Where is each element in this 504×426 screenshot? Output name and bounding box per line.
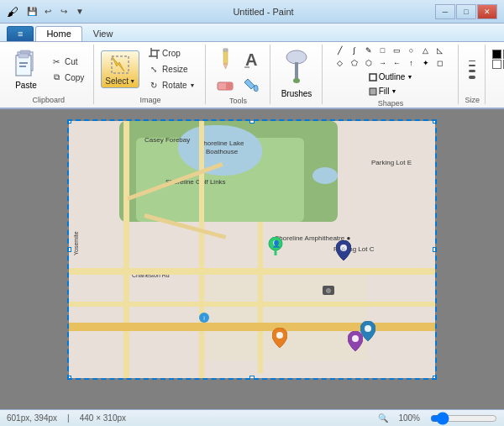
shape-curve[interactable]: ∫	[349, 45, 360, 56]
rotate-icon: ↻	[148, 80, 160, 92]
shape-freeform[interactable]: ✎	[363, 45, 375, 56]
tools-content: A	[213, 45, 265, 95]
eraser-tool[interactable]	[213, 75, 238, 95]
clipboard-section: Paste ✂ Cut ⧉ Copy Clipboard	[3, 45, 94, 104]
undo-quick-btn[interactable]: ↩	[41, 5, 55, 18]
shape-rounded-rect[interactable]: ▭	[391, 45, 403, 56]
svg-text:⌂: ⌂	[342, 245, 345, 251]
shape-triangle[interactable]: △	[420, 45, 432, 56]
status-zoom: 🔍	[378, 413, 388, 423]
shape-right-arrow[interactable]: →	[377, 57, 389, 69]
svg-rect-5	[18, 54, 29, 58]
outline-button[interactable]: Outline ▼	[365, 71, 417, 83]
label-parking-e: Parking Lot E	[371, 159, 412, 166]
cut-copy-group: ✂ Cut ⧉ Copy	[46, 54, 88, 85]
pin-green: 👤	[268, 237, 283, 259]
shape-diamond[interactable]: ◇	[334, 57, 346, 69]
shape-up-arrow[interactable]: ↑	[406, 57, 417, 69]
handle-bl[interactable]	[67, 376, 71, 380]
image-content: Select ▼ Crop	[101, 45, 199, 94]
icon-store: i	[199, 313, 209, 323]
shape-pentagon[interactable]: ⬠	[349, 57, 360, 69]
select-dropdown-arrow[interactable]: ▼	[129, 78, 135, 84]
palette-black[interactable]	[492, 50, 501, 59]
redo-quick-btn[interactable]: ↪	[57, 5, 71, 18]
size-dot-3[interactable]	[469, 70, 475, 72]
shape-ellipse[interactable]: ○	[406, 45, 417, 56]
status-dimensions: 440 × 310px	[80, 413, 126, 423]
outline-arrow[interactable]: ▼	[407, 74, 412, 80]
title-bar: 🖌 💾 ↩ ↪ ▼ Untitled - Paint ─ □ ✕	[0, 0, 504, 24]
handle-tm[interactable]	[249, 119, 255, 124]
handle-tl[interactable]	[67, 119, 71, 124]
road-v3	[258, 222, 263, 373]
tab-view[interactable]: View	[82, 26, 124, 41]
small-lake	[312, 167, 338, 184]
fill-button[interactable]: Fill ▼	[365, 85, 417, 97]
select-button[interactable]: Select ▼	[101, 50, 139, 88]
shape-left-arrow[interactable]: ←	[391, 57, 403, 69]
shapes-section: ╱ ∫ ✎ □ ▭ ○ △ ◺ ◇ ⬠ ⬡ → ← ↑ ✦ ◻	[324, 45, 459, 104]
tab-file[interactable]: Home ≡	[7, 26, 34, 41]
rotate-dropdown[interactable]: ▼	[190, 82, 196, 88]
svg-rect-24	[370, 74, 376, 81]
size-dots	[465, 57, 479, 82]
maximize-button[interactable]: □	[456, 4, 476, 19]
crop-button[interactable]: Crop	[144, 46, 199, 61]
main-content: Casey Forebay Shoreline Lake Boathouse S…	[0, 109, 504, 426]
paste-icon	[13, 49, 39, 81]
pin-teal	[360, 321, 375, 343]
handle-mr[interactable]	[433, 247, 437, 252]
zoom-slider[interactable]	[430, 413, 497, 423]
crop-icon	[148, 48, 160, 60]
shape-callout[interactable]: ◻	[434, 57, 446, 69]
svg-point-31	[276, 332, 283, 339]
cut-button[interactable]: ✂ Cut	[46, 54, 88, 69]
canvas-area[interactable]: Casey Forebay Shoreline Lake Boathouse S…	[0, 109, 504, 409]
size-label: Size	[465, 94, 480, 104]
tab-home[interactable]: Home	[35, 26, 81, 41]
svg-point-23	[293, 78, 300, 83]
copy-button[interactable]: ⧉ Copy	[46, 70, 88, 85]
shape-4-arrow[interactable]: ✦	[420, 57, 432, 69]
map-background: Casey Forebay Shoreline Lake Boathouse S…	[69, 121, 435, 378]
svg-rect-6	[19, 62, 28, 64]
shape-rect[interactable]: □	[377, 45, 389, 56]
handle-ml[interactable]	[67, 247, 71, 252]
cut-icon: ✂	[50, 55, 62, 67]
quick-access-toolbar: 💾 ↩ ↪ ▼	[25, 5, 87, 18]
size-dot-4[interactable]	[469, 76, 475, 79]
shape-line[interactable]: ╱	[334, 45, 346, 56]
handle-bm[interactable]	[249, 376, 255, 380]
resize-button[interactable]: ⤡ Resize	[144, 62, 199, 77]
brushes-content: Brushes	[276, 45, 318, 103]
close-button[interactable]: ✕	[477, 4, 497, 19]
palette-white[interactable]	[492, 60, 501, 69]
outline-label: Outline	[379, 72, 406, 82]
outline-fill-group: Outline ▼ Fill ▼	[365, 71, 417, 97]
size-dot-2[interactable]	[469, 65, 475, 66]
fill-arrow[interactable]: ▼	[391, 88, 396, 94]
svg-text:👤: 👤	[272, 239, 281, 248]
fill-tool[interactable]	[239, 75, 265, 95]
handle-tr[interactable]	[433, 119, 437, 124]
shape-hexagon[interactable]: ⬡	[363, 57, 375, 69]
window-controls: ─ □ ✕	[435, 4, 497, 19]
pin-blue: ⌂	[336, 240, 351, 262]
handle-br[interactable]	[433, 376, 437, 380]
dropdown-quick-btn[interactable]: ▼	[73, 5, 87, 18]
paste-button[interactable]: Paste	[8, 46, 44, 92]
size-dot-1[interactable]	[469, 60, 475, 61]
map-image: Casey Forebay Shoreline Lake Boathouse S…	[67, 119, 437, 380]
tab-view-label: View	[93, 29, 113, 39]
save-quick-btn[interactable]: 💾	[25, 5, 39, 18]
shape-right-triangle[interactable]: ◺	[434, 45, 446, 56]
brushes-button[interactable]: Brushes	[276, 46, 318, 101]
svg-point-21	[286, 50, 307, 64]
minimize-button[interactable]: ─	[435, 4, 455, 19]
svg-rect-7	[19, 66, 26, 67]
pencil-tool[interactable]	[213, 45, 238, 73]
rotate-button[interactable]: ↻ Rotate ▼	[144, 78, 199, 93]
text-tool[interactable]: A	[239, 45, 265, 73]
svg-text:A: A	[245, 50, 257, 69]
